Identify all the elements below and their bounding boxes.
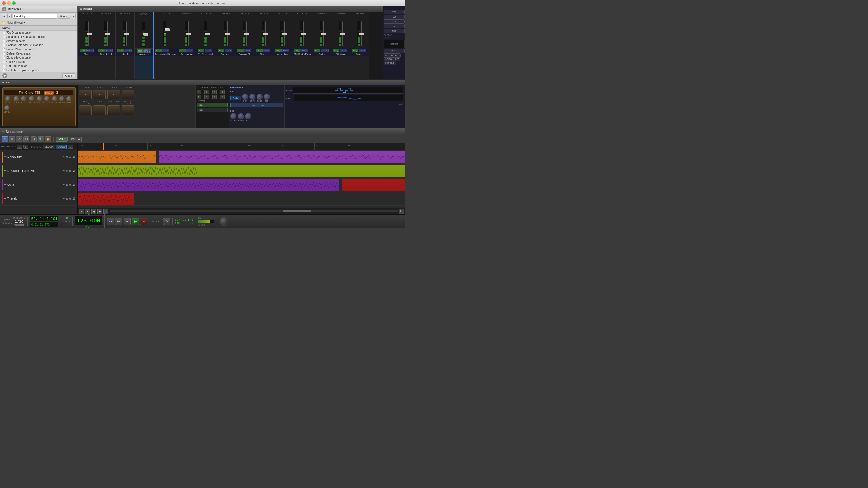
tone-knob[interactable] — [66, 96, 71, 101]
rack-button[interactable]: RACK — [86, 49, 94, 52]
assign-pad-5[interactable]: 5 — [197, 95, 201, 99]
marquee-tool-button[interactable]: ⬡ — [23, 136, 30, 142]
melody-flute-clip-2[interactable] — [159, 151, 405, 163]
fader-knob[interactable] — [105, 33, 111, 35]
browser-search-button[interactable]: Search — [58, 13, 70, 19]
guitar-expand-icon[interactable]: ▼ — [4, 184, 6, 186]
dt6-rock-expand-icon[interactable]: ▼ — [4, 170, 6, 172]
melody-flute-mute-icon[interactable]: ⊙ — [69, 156, 71, 159]
pitch-knob[interactable] — [21, 96, 26, 101]
browser-up-button[interactable]: ▲ — [71, 14, 76, 18]
freq-knob[interactable] — [238, 113, 244, 119]
dim-button[interactable]: DIM -20dB — [384, 61, 396, 65]
clap-pad[interactable]: 7 — [107, 105, 120, 115]
triangle-m[interactable]: M — [63, 197, 65, 200]
assign-pad-6[interactable]: 6 — [205, 95, 209, 99]
browser-item[interactable]: 📄Agitated and Saturated.repatch — [0, 35, 78, 39]
bd2-pad[interactable]: 1 — [79, 105, 92, 115]
fader-knob[interactable] — [359, 33, 364, 35]
rack-button[interactable]: RACK — [143, 50, 151, 53]
fdb-button[interactable]: FDB — [384, 29, 404, 33]
seq-button[interactable]: SEQ — [117, 49, 124, 52]
seq-button[interactable]: SEQ — [237, 49, 243, 52]
rack-button[interactable]: RACK — [243, 49, 251, 52]
aux1-knob[interactable] — [52, 96, 57, 101]
assign-pad-3[interactable]: 3 — [212, 90, 217, 94]
seq-button[interactable]: SEQ — [218, 49, 224, 52]
triangle-clip[interactable] — [78, 193, 133, 205]
scroll-thumb[interactable] — [283, 210, 312, 213]
seq-button[interactable]: SEQ — [198, 49, 205, 52]
guitar-clip-1[interactable] — [78, 179, 339, 191]
bar-select[interactable]: Bar — [69, 136, 82, 142]
fast-forward-button[interactable]: ⏭ — [115, 218, 122, 225]
lasso-tool-button[interactable]: ⊕ — [31, 136, 37, 142]
fader-knob[interactable] — [282, 33, 286, 35]
close-button[interactable] — [2, 1, 6, 5]
fader-knob[interactable] — [244, 33, 249, 35]
tom-h-pad[interactable]: 2 — [79, 90, 92, 99]
triangle-s[interactable]: S — [66, 197, 68, 200]
browser-item[interactable]: 📄Heckofareedpiano.repatch — [0, 68, 78, 72]
tune-knob[interactable] — [256, 94, 262, 100]
dyn-button[interactable]: DYN — [384, 10, 404, 14]
semi-knob[interactable] — [249, 94, 255, 100]
tempo-display[interactable]: 123.000 — [75, 216, 102, 225]
seq-button[interactable]: SEQ — [352, 49, 358, 52]
solo-all-button[interactable]: SOLO ALL OFF — [384, 57, 400, 61]
fader-knob[interactable] — [87, 33, 92, 35]
guitar-mute-icon[interactable]: ⊙ — [69, 183, 71, 187]
crash-pad[interactable]: 7 — [122, 90, 134, 99]
browser-item[interactable]: 📄Ballad Rhodes.repatch — [0, 47, 78, 52]
horizontal-scrollbar[interactable] — [110, 210, 398, 213]
master-volume-knob[interactable] — [219, 217, 228, 226]
assign-pad-8[interactable]: 8 — [220, 95, 224, 99]
fader-knob[interactable] — [262, 33, 268, 35]
rack-button[interactable]: RACK — [300, 49, 308, 52]
fader-knob[interactable] — [165, 28, 170, 31]
rack-button[interactable]: RACK — [340, 49, 347, 52]
seq-button[interactable]: SEQ — [136, 50, 143, 53]
eq-button[interactable]: EQ — [384, 15, 404, 19]
zoom-tool-button[interactable]: 🔍 — [38, 136, 44, 142]
seq-button[interactable]: SEQ — [80, 49, 86, 52]
rack-button[interactable]: RACK — [205, 49, 212, 52]
pan-knob[interactable] — [37, 96, 42, 101]
browser-item[interactable]: 📄Airborn.repatch — [0, 39, 78, 43]
hit1-button[interactable]: Hit 1 — [197, 103, 227, 107]
browser-file-list[interactable]: 📄70s Dreams.repatch📄Agitated and Saturat… — [0, 31, 78, 72]
triangle-mute-icon[interactable]: ⊙ — [69, 197, 71, 200]
rack-button[interactable]: RACK — [281, 49, 289, 52]
seq-button[interactable]: SEQ — [179, 49, 186, 52]
assign-pad-1[interactable]: 1 — [197, 90, 201, 94]
rack-button[interactable]: RACK — [359, 49, 366, 52]
rack-button[interactable]: RACK — [124, 49, 132, 52]
dt6-rock-m[interactable]: M — [63, 169, 65, 173]
phase-sync-button[interactable]: PHASE SYNC — [230, 103, 283, 107]
kbd2-knob[interactable] — [245, 113, 251, 119]
browser-item[interactable]: 📄Got Soul.repatch — [0, 64, 78, 68]
fader-knob[interactable] — [205, 33, 210, 35]
tom-m-pad[interactable]: 5 — [93, 90, 106, 99]
zoom-button[interactable] — [12, 1, 16, 5]
kbd-knob[interactable] — [264, 94, 270, 100]
pencil-tool-button[interactable]: ✏ — [9, 136, 15, 142]
fader-knob[interactable] — [340, 33, 345, 35]
rack-button[interactable]: RACK — [321, 49, 328, 52]
fx-button[interactable]: FX — [384, 24, 404, 28]
fader-knob[interactable] — [143, 33, 148, 36]
melody-flute-m[interactable]: M — [63, 156, 65, 159]
dt6-rock-mute-icon[interactable]: ⊙ — [69, 169, 71, 173]
fader-knob[interactable] — [186, 33, 191, 35]
fader-knob[interactable] — [225, 33, 230, 35]
scroll-end-button[interactable]: ⊢ — [399, 209, 404, 214]
oct-knob[interactable] — [242, 94, 248, 100]
loop-button[interactable]: ↻ — [163, 218, 170, 225]
browser-back-button[interactable]: ◀ — [2, 14, 6, 18]
sd2-pad[interactable]: 3 — [93, 105, 106, 115]
hh-pad[interactable]: 7 — [122, 105, 134, 115]
snap-button[interactable]: SNAP — [56, 137, 68, 141]
mute-all-button[interactable]: MUTE ALL OFF — [384, 54, 401, 57]
decay-knob[interactable] — [44, 96, 49, 101]
rack-button[interactable]: RACK — [186, 49, 193, 52]
